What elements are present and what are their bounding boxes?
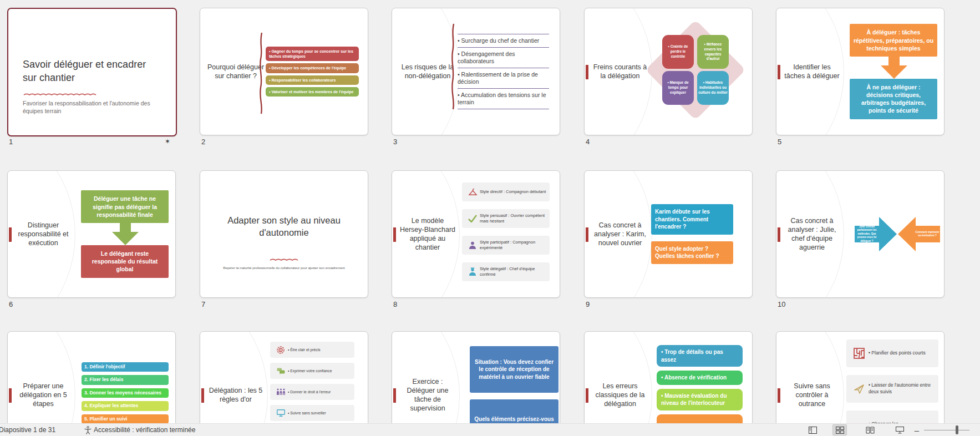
content-box: Karim débute sur les chantiers. Comment … bbox=[651, 204, 733, 235]
design-red-tick bbox=[201, 388, 204, 403]
slide-counter: Diapositive 1 de 31 bbox=[0, 426, 55, 434]
list-bar: 4. Expliquer les attentes bbox=[82, 401, 169, 410]
slide-number: 7 bbox=[201, 300, 205, 308]
slide-title: Le modèle Hersey-Blanchard appliqué au c… bbox=[399, 171, 456, 297]
icon-list-row: Style délégatif : Chef d'équipe confirmé bbox=[462, 262, 550, 281]
diamond-box: • Crainte de perdre le contrôle bbox=[662, 35, 694, 69]
slide-title: Savoir déléguer et encadrer sur chantier bbox=[23, 58, 161, 85]
icon-row-label: • Suivre sans surveiller bbox=[288, 410, 326, 416]
slide-thumbnail-11[interactable]: Préparer une délégation en 5 étapes1. Dé… bbox=[7, 331, 176, 424]
icon-row-label: Style participatif : Compagnon expérimen… bbox=[480, 240, 546, 251]
icon-row-label: • Donner le droit à l'erreur bbox=[288, 389, 331, 395]
slide-content: • Être clair et précis• Exprimer votre c… bbox=[270, 332, 368, 424]
icon-list-row: Style participatif : Compagnon expérimen… bbox=[462, 236, 550, 255]
slide-thumbnail-5[interactable]: Identifier les tâches à déléguerÀ délégu… bbox=[776, 8, 945, 135]
slide-thumbnail-13[interactable]: Exercice : Déléguer une tâche de supervi… bbox=[392, 331, 560, 424]
content-box: • Valoriser et motiver les membres de l'… bbox=[266, 87, 359, 97]
accessibility-label: Accessibilité : vérification terminée bbox=[94, 426, 195, 434]
list-bar: 2. Fixer les délais bbox=[82, 375, 169, 384]
design-red-tick bbox=[586, 388, 588, 403]
speech-bubbles-icon bbox=[273, 368, 288, 374]
slide-number: 9 bbox=[586, 300, 590, 308]
list-bar bbox=[657, 414, 743, 424]
slide-number: 10 bbox=[778, 300, 785, 308]
slide-thumbnail-10[interactable]: Cas concret à analyser : Julie, chef d'é… bbox=[776, 170, 945, 298]
content-box: • Responsabiliser les collaborateurs bbox=[266, 75, 359, 85]
slide-content: À déléguer : tâches répétitives, prépara… bbox=[850, 8, 938, 135]
slide-content: Julie connaît parfaitement les méthodes.… bbox=[847, 171, 945, 297]
slideshow-button[interactable] bbox=[892, 424, 907, 435]
slide-number: 6 bbox=[9, 300, 13, 308]
diamond-box: • Méfiance envers les capacités d'autrui bbox=[697, 35, 729, 69]
slide-thumbnail-7[interactable]: Adapter son style au niveau d'autonomieR… bbox=[200, 170, 368, 298]
zoom-out-button[interactable]: – bbox=[913, 424, 921, 436]
slide-title: Délégation : les 5 règles d'or bbox=[207, 332, 265, 424]
slide-thumbnail-1[interactable]: Savoir déléguer et encadrer sur chantier… bbox=[7, 8, 177, 136]
slide-thumbnail-4[interactable]: Freins courants à la délégation• Crainte… bbox=[584, 8, 753, 135]
brace-decoration bbox=[257, 32, 265, 115]
slide-subtitle: Repérer la maturité professionnelle du c… bbox=[220, 266, 348, 270]
bottom-box: À ne pas déléguer : décisions critiques,… bbox=[850, 79, 937, 119]
slide-title: Exercice : Déléguer une tâche de supervi… bbox=[399, 332, 456, 424]
slide-thumbnail-8[interactable]: Le modèle Hersey-Blanchard appliqué au c… bbox=[392, 170, 560, 298]
content-box: Quel style adopter ? Quelles tâches conf… bbox=[651, 241, 733, 264]
icon-list-row: • Donner le droit à l'erreur bbox=[270, 384, 354, 400]
slide-thumbnail-15[interactable]: Suivre sans contrôler à outrance• Planif… bbox=[776, 331, 945, 424]
slide-thumbnail-14[interactable]: Les erreurs classiques de la délégation•… bbox=[584, 331, 753, 424]
design-red-tick bbox=[393, 388, 396, 403]
content-box: • Gagner du temps pour se concentrer sur… bbox=[266, 47, 359, 61]
left-arrow-label: Comment maintenir sa motivation ? bbox=[915, 214, 940, 255]
down-arrow bbox=[873, 57, 915, 79]
slide-thumbnail-12[interactable]: Délégation : les 5 règles d'or• Être cla… bbox=[200, 331, 368, 424]
slide-content: • Surcharge du chef de chantier• Désenga… bbox=[458, 8, 557, 135]
monitor-icon bbox=[273, 409, 288, 417]
reading-view-button[interactable] bbox=[863, 424, 877, 435]
slide-thumbnail-3[interactable]: Les risques de la non-délégation• Surcha… bbox=[392, 8, 560, 135]
icon-list-row: • Suivre sans surveiller bbox=[270, 405, 354, 421]
slide-content: 1. Définir l'objectif2. Fixer les délais… bbox=[82, 332, 176, 424]
person-icon bbox=[465, 241, 480, 250]
content-box: • Développer les compétences de l'équipe bbox=[266, 63, 359, 73]
accessibility-status[interactable]: Accessibilité : vérification terminée bbox=[84, 426, 195, 434]
transition-star-icon: ✶ bbox=[165, 138, 170, 145]
check-icon bbox=[465, 215, 480, 222]
icon-row-label: Style persuasif : Ouvrier compétent mais… bbox=[480, 213, 546, 225]
slide-thumbnail-9[interactable]: Cas concret à analyser : Karim, nouvel o… bbox=[584, 170, 753, 298]
icon-list-row: Style directif : Compagnon débutant bbox=[462, 182, 550, 201]
bullet-item: • Accumulation des tensions sur le terra… bbox=[458, 88, 549, 109]
people-icon bbox=[273, 388, 288, 396]
slideshow-icon bbox=[896, 426, 904, 434]
slide-sorter-grid: Savoir déléguer et encadrer sur chantier… bbox=[0, 0, 980, 424]
icon-list-row: • Exprimer votre confiance bbox=[270, 363, 354, 379]
list-bar: 3. Donner les moyens nécessaires bbox=[82, 388, 169, 398]
design-red-tick bbox=[778, 227, 780, 242]
slide-sorter-button[interactable] bbox=[832, 424, 847, 435]
design-red-tick bbox=[9, 227, 12, 242]
diamond-grid: • Crainte de perdre le contrôle• Méfianc… bbox=[662, 33, 729, 107]
accessibility-icon bbox=[84, 426, 92, 434]
design-red-tick bbox=[393, 227, 396, 242]
bullet-item: • Ralentissement de la prise de décision bbox=[458, 68, 549, 88]
icon-row-label: • Laisser de l'autonomie entre deux suiv… bbox=[869, 382, 935, 396]
slide-number: 4 bbox=[586, 138, 590, 146]
icon-row-label: Style délégatif : Chef d'équipe confirmé bbox=[480, 266, 546, 278]
slide-thumbnail-6[interactable]: Distinguer responsabilité et exécutionDé… bbox=[7, 170, 176, 298]
target-icon bbox=[273, 346, 288, 354]
design-red-tick bbox=[586, 65, 588, 79]
slide-content: Karim débute sur les chantiers. Comment … bbox=[651, 171, 751, 297]
worker-icon bbox=[465, 267, 480, 276]
icon-row-label: • Être clair et précis bbox=[288, 347, 321, 353]
slide-title: Cas concret à analyser : Karim, nouvel o… bbox=[591, 171, 649, 297]
content-box: Situation : Vous devez confier le contrô… bbox=[470, 346, 558, 393]
slide-thumbnail-2[interactable]: Pourquoi déléguer sur chantier ?• Gagner… bbox=[200, 8, 368, 135]
reading-view-icon bbox=[866, 427, 875, 434]
icon-list-row: Style persuasif : Ouvrier compétent mais… bbox=[462, 209, 550, 228]
status-bar: Diapositive 1 de 31 Accessibilité : véri… bbox=[0, 423, 980, 436]
normal-view-button[interactable] bbox=[805, 424, 820, 435]
slide-subtitle: Favoriser la responsabilisation et l'aut… bbox=[23, 99, 163, 115]
slide-sorter-icon bbox=[836, 427, 844, 434]
slide-content: • Gagner du temps pour se concentrer sur… bbox=[266, 8, 365, 135]
zoom-slider-thumb[interactable] bbox=[956, 425, 958, 434]
content-box: Quels éléments précisez-vous ? bbox=[470, 399, 558, 424]
zoom-slider-track[interactable] bbox=[924, 430, 969, 430]
